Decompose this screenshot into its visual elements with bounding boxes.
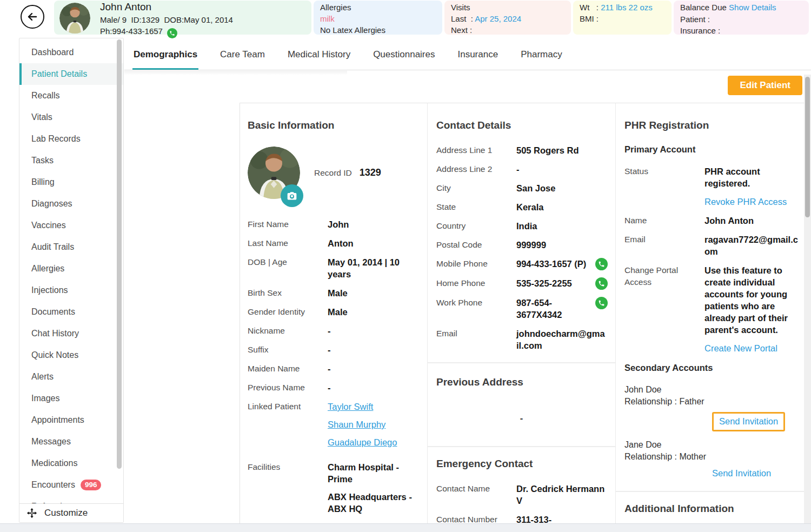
sidebar-item-chat-history[interactable]: Chat History — [19, 323, 123, 344]
tab-care-team[interactable]: Care Team — [219, 41, 266, 70]
sidebar-item-diagnoses[interactable]: Diagnoses — [19, 193, 123, 215]
tab-questionnaires[interactable]: Questionnaires — [372, 41, 436, 70]
linked-patient-link[interactable]: Shaun Murphy — [328, 418, 385, 430]
sidebar-item-injections[interactable]: Injections — [19, 280, 123, 301]
info-row-phr-status: Status PHR account registered. Revoke PH… — [624, 165, 798, 208]
patient-tabs: Demographics Care Team Medical History Q… — [124, 41, 811, 70]
call-icon[interactable] — [595, 277, 608, 290]
balance-panel: Balance Due Show Details Patient : Insur… — [674, 1, 809, 35]
balance-row: Balance Due Show Details — [680, 2, 802, 14]
weight-panel: Wt : 211 lbs 22 ozs BMI : — [573, 1, 672, 35]
info-row-maiden-name: Maiden Name- — [248, 363, 420, 375]
tab-insurance[interactable]: Insurance — [456, 41, 499, 70]
secondary-account-relationship: Relationship : Father — [624, 396, 798, 408]
section-divider — [428, 362, 615, 363]
revoke-phr-access-link[interactable]: Revoke PHR Access — [704, 197, 787, 207]
sidebar-item-vaccines[interactable]: Vaccines — [19, 215, 123, 236]
call-icon[interactable] — [595, 297, 608, 309]
info-row-city: CitySan Jose — [436, 182, 607, 194]
send-invitation-highlight: Send Invitation — [712, 412, 785, 431]
edit-patient-button[interactable]: Edit Patient — [728, 76, 802, 95]
phone-icon[interactable] — [167, 28, 177, 38]
patient-header: John Anton Male/ 9 ID:1329 DOB:May 01, 2… — [0, 0, 811, 36]
contact-details-section: Contact Details Address Line 1505 Rogers… — [436, 119, 607, 351]
info-row-postal-code: Postal Code999999 — [436, 239, 607, 251]
secondary-account-name: Jane Doe — [624, 439, 798, 451]
page-scrollbar-thumb[interactable] — [805, 77, 810, 217]
contact-details-title: Contact Details — [436, 119, 607, 131]
sidebar-item-messages[interactable]: Messages — [19, 431, 123, 453]
info-row-home-phone: Home Phone535-325-2255 — [436, 277, 607, 290]
tab-pharmacy[interactable]: Pharmacy — [520, 41, 563, 70]
secondary-accounts-heading: Secondary Accounts — [624, 363, 798, 373]
linked-patient-link[interactable]: Guadalupe Diego — [328, 436, 397, 448]
info-row-contact-name: Contact NameDr. Cedrick Hermann V — [436, 483, 607, 507]
info-row-work-phone: Work Phone987-654-3677X4342 — [436, 297, 607, 321]
emergency-contact-title: Emergency Contact — [436, 458, 607, 470]
section-divider — [616, 491, 807, 492]
sidebar-item-tasks[interactable]: Tasks — [19, 150, 123, 171]
patient-summary: Male/ 9 ID:1329 DOB:May 01, 2014 — [100, 14, 233, 25]
contact-column: Contact Details Address Line 1505 Rogers… — [428, 103, 616, 532]
info-row-address1: Address Line 1505 Rogers Rd — [436, 144, 607, 156]
sidebar-item-referrals[interactable]: Referrals — [19, 496, 123, 504]
window-bottom-edge — [0, 523, 811, 532]
allergies-title: Allergies — [320, 2, 436, 13]
demographics-content: Basic Information — [240, 103, 807, 532]
info-row-previous-name: Previous Name- — [248, 382, 420, 394]
info-row-last-name: Last NameAnton — [248, 237, 420, 249]
tab-demographics[interactable]: Demographics — [132, 41, 198, 70]
previous-address-section: Previous Address - — [436, 376, 607, 435]
info-row-birth-sex: Birth SexMale — [248, 287, 420, 299]
info-row-address2: Address Line 2- — [436, 163, 607, 175]
customize-button[interactable]: Customize — [19, 503, 123, 522]
sidebar-item-patient-details[interactable]: Patient Details — [19, 63, 123, 85]
linked-patient-link[interactable]: Taylor Swift — [328, 401, 373, 413]
primary-account-heading: Primary Account — [624, 144, 798, 155]
allergy-item: No Latex Allergies — [320, 24, 436, 36]
info-row-country: CountryIndia — [436, 220, 607, 232]
sidebar-item-medications[interactable]: Medications — [19, 453, 123, 474]
info-row-suffix: Suffix- — [248, 344, 420, 356]
sidebar-item-encounters[interactable]: Encounters996 — [19, 474, 123, 496]
sidebar-item-documents[interactable]: Documents — [19, 301, 123, 323]
sidebar-scrollbar-thumb[interactable] — [117, 39, 122, 469]
create-new-portal-link[interactable]: Create New Portal — [704, 343, 777, 353]
balance-insurance: Insurance : — [680, 25, 802, 36]
call-icon[interactable] — [595, 258, 608, 270]
back-button[interactable] — [21, 5, 44, 29]
sidebar-item-billing[interactable]: Billing — [19, 171, 123, 193]
sidebar-item-audit-trails[interactable]: Audit Trails — [19, 236, 123, 258]
send-invitation-link[interactable]: Send Invitation — [712, 468, 771, 478]
bmi-row: BMI : — [580, 13, 665, 24]
visits-panel: Visits Last : Apr 25, 2024 Next : — [444, 1, 571, 35]
secondary-account-name: John Doe — [624, 384, 798, 396]
secondary-account: John Doe Relationship : Father Send Invi… — [624, 384, 798, 431]
info-row-first-name: First NameJohn — [248, 218, 420, 230]
send-invitation-link[interactable]: Send Invitation — [719, 416, 778, 426]
visits-title: Visits — [451, 2, 564, 13]
sidebar-item-recalls[interactable]: Recalls — [19, 85, 123, 107]
record-id: Record ID1329 — [314, 167, 381, 178]
balance-patient: Patient : — [680, 14, 802, 25]
show-details-link[interactable]: Show Details — [729, 3, 776, 12]
weight-row: Wt : 211 lbs 22 ozs — [580, 2, 665, 13]
sidebar: Dashboard Patient Details Recalls Vitals… — [19, 38, 124, 523]
sidebar-item-appointments[interactable]: Appointments — [19, 409, 123, 431]
sidebar-item-lab-records[interactable]: Lab Records — [19, 128, 123, 150]
tab-medical-history[interactable]: Medical History — [287, 41, 351, 70]
encounters-count-badge: 996 — [81, 480, 102, 490]
sidebar-item-vitals[interactable]: Vitals — [19, 107, 123, 128]
sidebar-item-quick-notes[interactable]: Quick Notes — [19, 344, 123, 366]
secondary-account: Jane Doe Relationship : Mother Send Invi… — [624, 439, 798, 479]
info-row-state: StateKerala — [436, 201, 607, 213]
emergency-contact-section: Emergency Contact Contact NameDr. Cedric… — [436, 458, 607, 526]
sidebar-item-dashboard[interactable]: Dashboard — [19, 42, 123, 63]
move-icon — [26, 507, 38, 519]
sidebar-item-allergies[interactable]: Allergies — [19, 258, 123, 280]
sidebar-item-images[interactable]: Images — [19, 388, 123, 409]
next-visit: Next : — [451, 24, 564, 36]
patient-name: John Anton — [100, 1, 151, 12]
change-photo-button[interactable] — [281, 184, 303, 207]
sidebar-item-alerts[interactable]: Alerts — [19, 366, 123, 388]
